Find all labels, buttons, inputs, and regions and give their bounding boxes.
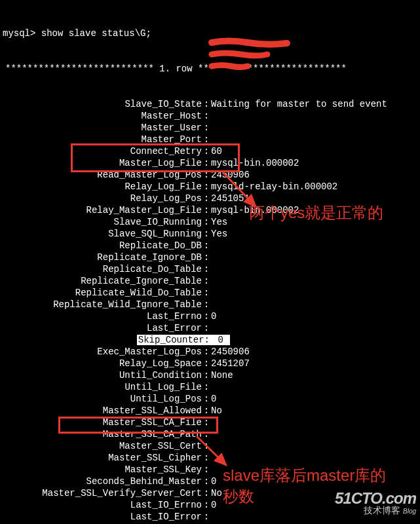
status-row: Replicate_Wild_Ignore_Table: [3,299,417,310]
field-colon: : [202,511,211,523]
field-colon: : [202,346,211,358]
status-row: Master_SSL_CA_File: [3,417,417,428]
status-row: Master_Log_File:mysql-bin.000002 [3,157,417,169]
field-label: Last_IO_Error [3,511,202,523]
field-colon: : [202,310,211,322]
status-row: Until_Log_Pos:0 [3,393,417,405]
status-row: Exec_Master_Log_Pos:2450906 [3,346,417,358]
field-colon: : [202,181,211,193]
field-value [211,287,417,299]
field-colon: : [202,487,211,499]
field-label: Last_IO_Errno [3,499,202,511]
field-value: None [211,369,417,381]
field-value: No [211,405,417,417]
status-row: Skip_Counter: 0 [3,334,417,346]
field-label: Master_SSL_CA_Path [3,428,202,440]
field-colon: : [202,452,211,464]
status-row: Replicate_Do_DB: [3,240,417,252]
field-value [211,110,417,122]
field-value [211,440,417,452]
status-fields: Slave_IO_State:Waiting for master to sen… [3,98,417,524]
status-row: Master_SSL_CA_Path: [3,428,417,440]
status-row: Master_User: [3,122,417,134]
field-colon: : [202,169,211,181]
mysql-prompt: mysql> [3,28,41,39]
field-colon: : [202,228,211,240]
field-colon: : [202,299,211,310]
field-colon: : [202,322,211,334]
field-label: Replicate_Wild_Do_Table [3,287,202,299]
status-row: Until_Log_File: [3,381,417,393]
field-label: Exec_Master_Log_Pos [3,346,202,358]
field-colon: : [202,393,211,405]
annotation-seconds-line2: 秒数 [223,487,254,505]
field-colon: : [202,381,211,393]
status-row: Connect_Retry:60 [3,145,417,157]
field-value: Waiting for master to send event [211,98,417,110]
field-value: 2450906 [211,346,417,358]
field-colon: : [202,464,211,476]
field-colon: : [202,358,211,369]
field-label: Connect_Retry [3,145,202,157]
field-value: mysqld-relay-bin.000002 [211,181,417,193]
field-colon: : [202,240,211,252]
field-label: Replicate_Wild_Ignore_Table [3,299,202,310]
status-row: Master_SSL_Cipher: [3,452,417,464]
field-colon: : [202,405,211,417]
field-colon: : [202,476,211,487]
field-value [211,240,417,252]
field-colon: : [202,499,211,511]
status-row: Slave_SQL_Running:Yes [3,228,417,240]
field-label: Until_Condition [3,369,202,381]
field-colon: : [202,216,211,228]
field-value: Yes [211,228,417,240]
field-colon: : [202,252,211,263]
status-row: Slave_IO_State:Waiting for master to sen… [3,98,417,110]
field-label: Replicate_Do_Table [3,263,202,275]
field-label: Read_Master_Log_Pos [3,169,202,181]
command-line: mysql> show slave status\G; [3,28,417,39]
field-value: 0 [211,393,417,405]
skip-counter-value-highlight: 0 [211,335,230,345]
status-row: Until_Condition:None [3,369,417,381]
field-label: Slave_IO_Running [3,216,202,228]
field-label: Replicate_Do_DB [3,240,202,252]
field-label: Master_SSL_Key [3,464,202,476]
field-colon: : [202,275,211,287]
field-label: Master_SSL_Allowed [3,405,202,417]
field-label: Master_User [3,122,202,134]
field-colon: : [202,287,211,299]
field-colon: : [202,263,211,275]
field-label: Master_Port [3,134,202,145]
row-separator: *************************** 1. row *****… [3,63,417,75]
command-text: show slave status\G; [41,28,151,39]
field-label: Replicate_Ignore_Table [3,275,202,287]
field-label: Relay_Log_Pos [3,193,202,204]
skip-counter-highlight: Skip_Counter: [137,335,211,345]
field-label: Slave_SQL_Running [3,228,202,240]
status-row: Replicate_Do_Table: [3,263,417,275]
field-label: Last_Errno [3,310,202,322]
field-value: 2451207 [211,358,417,369]
field-value: 0 [211,310,417,322]
field-value [211,122,417,134]
field-value: 2451051 [211,193,417,204]
status-row: Last_Error: [3,322,417,334]
field-colon: : [202,193,211,204]
field-value [211,452,417,464]
field-value [211,428,417,440]
field-label: Slave_IO_State [3,98,202,110]
status-row: Relay_Log_Space:2451207 [3,358,417,369]
status-row: Master_Host: [3,110,417,122]
field-label: Until_Log_File [3,381,202,393]
field-value: mysql-bin.000002 [211,157,417,169]
status-row: Master_SSL_Cert: [3,440,417,452]
field-colon: : [202,428,211,440]
field-label: Master_SSL_Verify_Server_Cert [3,487,202,499]
field-label: Master_SSL_Cert [3,440,202,452]
field-label: Relay_Master_Log_File [3,204,202,216]
field-label: Master_Host [3,110,202,122]
status-row: Master_Port: [3,134,417,145]
watermark: 51CTO.com 技术博客 Blog [335,493,416,517]
field-value [211,252,417,263]
